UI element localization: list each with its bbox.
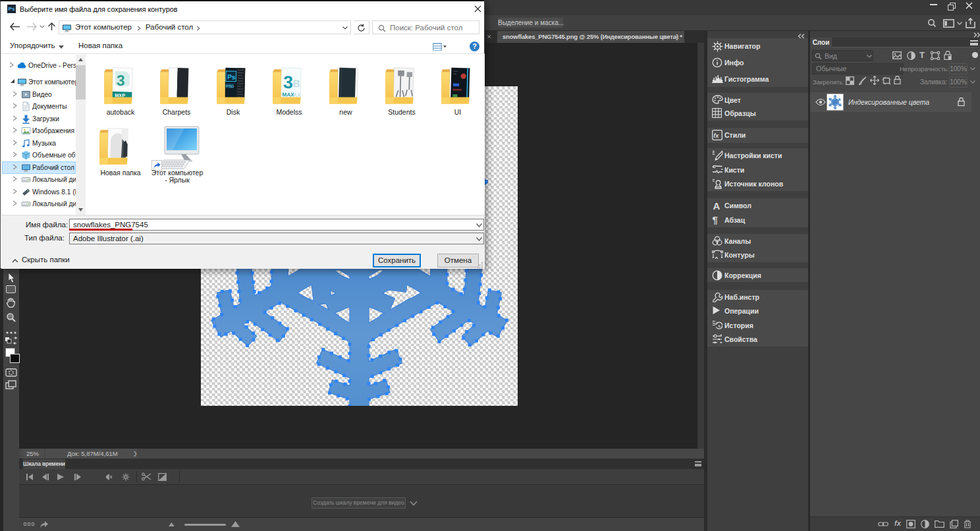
svg-text:3: 3: [283, 72, 293, 92]
svg-text:B: B: [292, 78, 300, 89]
svg-text:AX: AX: [293, 92, 301, 98]
svg-text:Ps: Ps: [227, 73, 236, 80]
svg-text:fx: fx: [713, 132, 719, 139]
svg-text:PSD: PSD: [226, 84, 234, 88]
svg-text:A: A: [713, 200, 721, 211]
svg-text:¶: ¶: [713, 215, 718, 225]
svg-text:3: 3: [117, 72, 125, 89]
